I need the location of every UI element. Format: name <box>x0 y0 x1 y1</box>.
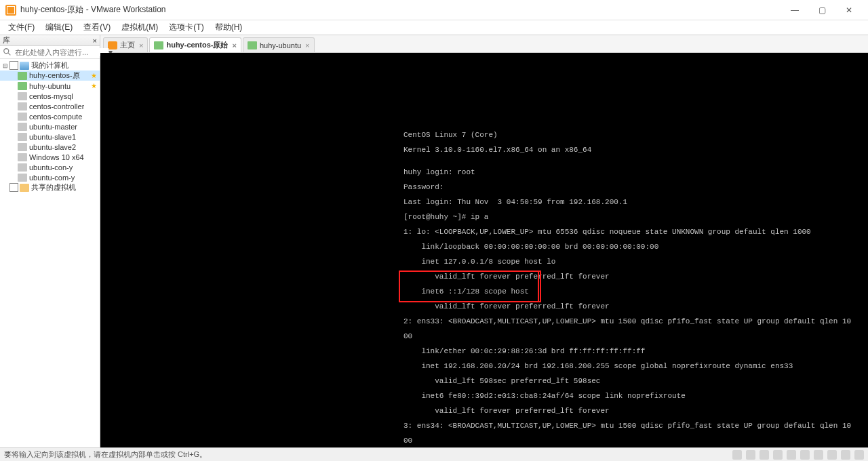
device-icon[interactable] <box>854 450 864 460</box>
minimize-button[interactable]: — <box>781 0 808 20</box>
tab-label: huhy-ubuntu <box>260 41 301 49</box>
term-line: link/ether 00:0c:29:88:26:3d brd ff:ff:f… <box>100 348 868 355</box>
vm-off-icon <box>18 153 27 161</box>
term-line: inet6 ::1/128 scope host <box>100 288 868 296</box>
vm-off-icon <box>18 92 27 100</box>
tab-huhy-centos[interactable]: huhy-centos-原始 × <box>149 37 241 52</box>
term-line: Kernel 3.10.0-1160.el7.x86_64 on an x86_… <box>100 146 868 154</box>
tree-item-label: ubuntu-slave2 <box>29 143 76 151</box>
status-message: 要将输入定向到该虚拟机，请在虚拟机内部单击或按 Ctrl+G。 <box>4 449 732 460</box>
tree-item-ubuntu-slave2[interactable]: ubuntu-slave2 <box>0 142 100 152</box>
main-split: 库 × ▾ ⊟ 我的计算机 huhy-centos-原 ★ <box>0 35 868 447</box>
star-icon: ★ <box>91 82 97 89</box>
checkbox[interactable] <box>9 61 18 70</box>
svg-line-1 <box>8 53 11 56</box>
vm-running-icon <box>18 72 27 80</box>
tree-item-centos-mysql[interactable]: centos-mysql <box>0 91 100 101</box>
menubar: 文件(F) 编辑(E) 查看(V) 虚拟机(M) 选项卡(T) 帮助(H) <box>0 20 868 35</box>
tree-item-label: centos-controller <box>29 102 84 111</box>
content-area: 主页 × huhy-centos-原始 × huhy-ubuntu × Cent… <box>100 35 868 447</box>
device-icon[interactable] <box>732 450 742 460</box>
window-controls: — ▢ ✕ <box>781 0 863 20</box>
menu-file[interactable]: 文件(F) <box>3 20 40 35</box>
tab-huhy-ubuntu[interactable]: huhy-ubuntu × <box>243 37 315 52</box>
sidebar: 库 × ▾ ⊟ 我的计算机 huhy-centos-原 ★ <box>0 35 100 447</box>
titlebar: huhy-centos-原始 - VMware Workstation — ▢ … <box>0 0 868 20</box>
tree-shared-vms[interactable]: 共享的虚拟机 <box>0 182 100 193</box>
search-input[interactable] <box>15 48 108 56</box>
term-line: CentOS Linux 7 (Core) <box>100 132 868 139</box>
checkbox[interactable] <box>9 183 18 192</box>
sidebar-close-icon[interactable]: × <box>93 37 97 45</box>
vm-off-icon <box>18 143 27 151</box>
tree-item-ubuntu-com-y[interactable]: ubuntu-com-y <box>0 172 100 182</box>
window-title: huhy-centos-原始 - VMware Workstation <box>20 4 781 16</box>
tree-item-ubuntu-master[interactable]: ubuntu-master <box>0 121 100 132</box>
tree-item-label: centos-mysql <box>29 92 73 100</box>
menu-edit[interactable]: 编辑(E) <box>40 20 78 35</box>
statusbar: 要将输入定向到该虚拟机，请在虚拟机内部单击或按 Ctrl+G。 <box>0 447 868 461</box>
device-icon[interactable] <box>841 450 850 460</box>
terminal-console[interactable]: CentOS Linux 7 (Core) Kernel 3.10.0-1160… <box>100 53 868 447</box>
vm-running-icon <box>154 41 163 49</box>
maximize-button[interactable]: ▢ <box>808 0 835 20</box>
tab-close-icon[interactable]: × <box>233 41 237 49</box>
device-icon[interactable] <box>760 450 769 460</box>
star-icon: ★ <box>91 72 97 79</box>
term-line: inet6 fe80::39d2:e013:cba8:24af/64 scope… <box>100 393 868 400</box>
tree-item-label: ubuntu-con-y <box>29 163 73 172</box>
computer-icon <box>20 62 29 70</box>
menu-help[interactable]: 帮助(H) <box>210 20 248 35</box>
tree-root-mycomputer[interactable]: ⊟ 我的计算机 <box>0 60 100 71</box>
sidebar-search: ▾ <box>0 46 100 59</box>
tree-item-centos-controller[interactable]: centos-controller <box>0 101 100 111</box>
tree-item-huhy-centos[interactable]: huhy-centos-原 ★ <box>0 71 100 81</box>
vm-off-icon <box>18 102 27 111</box>
tree-item-label: ubuntu-master <box>29 123 77 131</box>
term-line: valid_lft forever preferred_lft forever <box>100 407 868 415</box>
app-icon <box>5 5 16 16</box>
term-line: 00 <box>100 437 868 445</box>
close-button[interactable]: ✕ <box>835 0 863 20</box>
device-icon[interactable] <box>746 450 755 460</box>
tab-close-icon[interactable]: × <box>305 41 309 49</box>
tree-item-label: Windows 10 x64 <box>29 153 84 161</box>
search-icon <box>3 47 12 57</box>
term-line: Password: <box>100 184 868 191</box>
device-icon[interactable] <box>814 450 823 460</box>
tree-item-ubuntu-slave1[interactable]: ubuntu-slave1 <box>0 132 100 142</box>
tree-item-huhy-ubuntu[interactable]: huhy-ubuntu ★ <box>0 81 100 91</box>
tree-item-ubuntu-con-y[interactable]: ubuntu-con-y <box>0 162 100 172</box>
tab-close-icon[interactable]: × <box>139 41 143 49</box>
tree-root-label: 我的计算机 <box>31 60 68 71</box>
term-line: inet 192.168.200.20/24 brd 192.168.200.2… <box>100 363 868 370</box>
term-line: [root@huhy ~]# ip a <box>100 214 868 221</box>
menu-view[interactable]: 查看(V) <box>78 20 116 35</box>
vm-off-icon <box>18 163 27 172</box>
tree-item-label: huhy-centos-原 <box>29 71 80 81</box>
device-icon[interactable] <box>827 450 837 460</box>
menu-vm[interactable]: 虚拟机(M) <box>116 20 163 35</box>
menu-tabs[interactable]: 选项卡(T) <box>163 20 209 35</box>
device-icon[interactable] <box>787 450 796 460</box>
term-line: 00 <box>100 333 868 340</box>
vm-tree: ⊟ 我的计算机 huhy-centos-原 ★ huhy-ubuntu ★ ce… <box>0 59 100 194</box>
term-line: 2: ens33: <BROADCAST,MULTICAST,UP,LOWER_… <box>100 318 868 325</box>
term-line: Last login: Thu Nov 3 04:50:59 from 192.… <box>100 199 868 206</box>
tree-item-label: ubuntu-slave1 <box>29 133 76 141</box>
sidebar-header: 库 × <box>0 35 100 46</box>
term-line: link/loopback 00:00:00:00:00:00 brd 00:0… <box>100 243 868 251</box>
device-icon[interactable] <box>773 450 783 460</box>
tabs-bar: 主页 × huhy-centos-原始 × huhy-ubuntu × <box>100 35 868 53</box>
sidebar-title: 库 <box>3 35 10 45</box>
folder-icon <box>20 184 29 192</box>
vm-off-icon <box>18 113 27 121</box>
vm-off-icon <box>18 123 27 131</box>
tree-item-centos-compute[interactable]: centos-compute <box>0 111 100 121</box>
vm-running-icon <box>248 41 257 49</box>
term-line: inet 127.0.0.1/8 scope host lo <box>100 258 868 266</box>
device-icon[interactable] <box>800 450 810 460</box>
tree-item-windows10[interactable]: Windows 10 x64 <box>0 152 100 162</box>
expand-icon[interactable]: ⊟ <box>1 62 9 69</box>
tree-item-label: huhy-ubuntu <box>29 82 71 90</box>
